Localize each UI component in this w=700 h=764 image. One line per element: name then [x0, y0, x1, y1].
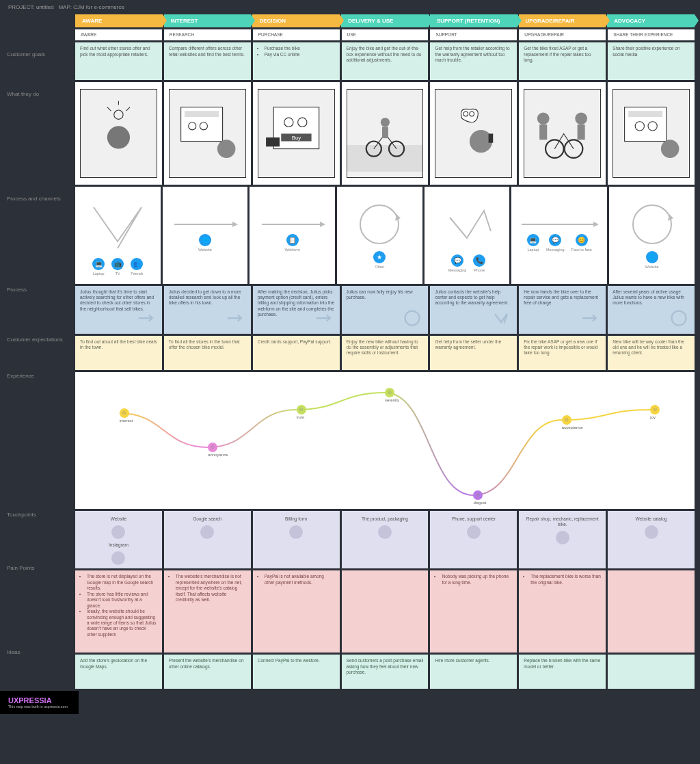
tp-icon — [111, 551, 125, 565]
channel-icon-tv: 📺 — [111, 258, 124, 270]
touchpoint-5: Repair shop, mechanic, replacement bike. — [519, 511, 606, 569]
pain-2: PayPal is not available among other paym… — [253, 570, 340, 653]
substage-6: SHARE THEIR EXPERIENCE — [608, 29, 695, 40]
goal-3: Enjoy the bike and get the out-of-the-bo… — [342, 42, 429, 80]
idea-1: Present the website's merchandise on oth… — [164, 655, 251, 689]
emotion-joy: ☺ — [650, 405, 660, 414]
svg-point-44 — [672, 311, 686, 325]
svg-rect-17 — [382, 127, 388, 138]
channel-icon-form: 📋 — [286, 234, 299, 246]
substage-4: SUPPORT — [430, 29, 517, 40]
goal-2: Purchase the bikePay via CC online — [253, 42, 340, 80]
svg-marker-36 — [320, 222, 325, 227]
expect-6: New bike will be way cooler than the old… — [608, 336, 695, 370]
row-labels-column: Customer goals What they do Process and … — [0, 14, 75, 691]
tp-icon — [645, 525, 658, 539]
top-bar: PROJECT: untitled MAP: CJM for e-commerc… — [0, 0, 700, 14]
touchpoint-2: Billing form — [253, 511, 340, 569]
idea-3: Send customers a post-purchase email ask… — [342, 655, 429, 689]
channel-icon-laptop: 💻 — [92, 258, 105, 270]
svg-point-37 — [360, 205, 399, 243]
idea-6 — [608, 655, 695, 689]
illustration-0 — [75, 82, 162, 185]
channel-icon-phone: 📞 — [473, 254, 485, 267]
svg-rect-7 — [273, 107, 319, 149]
label-do: What they do — [0, 88, 75, 193]
tp-icon — [289, 525, 303, 539]
phase-row: AWAREINTERESTDECISIONDELIVERY & USESUPPO… — [75, 14, 695, 27]
tp-icon — [556, 531, 569, 544]
svg-point-6 — [217, 140, 236, 158]
touchpoint-4: Phone, support center — [430, 511, 517, 569]
process-6: After several years of active usage Juli… — [608, 286, 695, 334]
idea-0: Add the store's geolocation on the Googl… — [75, 655, 162, 689]
illustration-1 — [164, 82, 251, 185]
emotion-disgust: ☺ — [473, 490, 483, 500]
label-channels: Process and channels — [0, 193, 75, 284]
illustration-6 — [608, 82, 695, 185]
channel-icon-face: 😊 — [576, 234, 588, 246]
svg-point-32 — [661, 140, 679, 158]
touchpoint-6: Website catalog — [608, 511, 695, 569]
touchpoint-3: The product, packaging — [342, 511, 429, 569]
emotion-trust: ☺ — [297, 405, 306, 414]
svg-rect-13 — [347, 145, 423, 172]
channel-icon-laptop: 💻 — [527, 234, 539, 246]
substage-3: USE — [342, 29, 429, 40]
process-3: Julius can now fully enjoy his new purch… — [342, 286, 429, 334]
channel-1: 🌐Website — [163, 187, 248, 283]
channel-icon-web: 🌐 — [199, 234, 211, 246]
channel-2: 📋Webform — [250, 187, 335, 283]
experience-chart: ☺interest☺annoyance☺trust☺serenity☺disgu… — [75, 372, 695, 509]
expect-1: To find all the stores in the town that … — [164, 336, 251, 370]
channel-icon-web: 🌐 — [646, 251, 658, 263]
svg-rect-23 — [539, 124, 547, 140]
tp-icon — [111, 525, 125, 539]
goal-0: Find out what other stores offer and pic… — [75, 42, 162, 80]
pain-3 — [342, 570, 429, 653]
phase-3: DELIVERY & USE — [341, 14, 429, 27]
expect-0: To find out about all the best bike deal… — [75, 336, 162, 370]
channel-0: 💻Laptop📺TV👥Friends — [75, 187, 161, 283]
illustration-5 — [519, 82, 606, 185]
svg-marker-34 — [232, 222, 238, 227]
channel-6: 🌐Website — [609, 187, 695, 283]
expect-3: Enjoy the new bike without having to do … — [342, 336, 429, 370]
process-5: He now hands the bike over to the repair… — [519, 286, 606, 334]
phase-5: UPGRADE/REPAIR — [519, 14, 606, 27]
emotion-annoyance: ☺ — [208, 443, 217, 452]
pain-0: The store is not displayed on the Google… — [75, 570, 162, 653]
expect-5: Fix the bike ASAP or get a new one if th… — [519, 336, 606, 370]
substage-2: PURCHASE — [253, 29, 340, 40]
svg-point-16 — [380, 118, 389, 127]
phase-2: DECISION — [252, 14, 340, 27]
process-0: Julius thought that it's time to start a… — [75, 286, 162, 334]
pain-1: The website's merchandise is not represe… — [164, 570, 251, 653]
illustration-2: Buy — [253, 82, 340, 185]
touchpoint-1: Google search — [164, 511, 251, 569]
svg-rect-25 — [578, 124, 585, 140]
label-process: Process — [0, 284, 75, 334]
svg-point-1 — [114, 110, 123, 119]
svg-text:Buy: Buy — [291, 135, 300, 141]
label-goals: Customer goals — [0, 49, 75, 88]
label-pain: Pain Points — [0, 562, 75, 646]
phase-0: AWARE — [75, 14, 163, 27]
svg-rect-21 — [489, 133, 494, 142]
goal-1: Compare different offers across other re… — [164, 42, 251, 80]
label-expect: Customer expectations — [0, 334, 75, 370]
tp-icon — [467, 525, 481, 539]
goal-6: Share their positive experience on socia… — [608, 42, 695, 80]
illustration-4 — [430, 82, 517, 185]
process-1: Julius decided to get down to a more det… — [164, 286, 251, 334]
tp-icon — [378, 525, 392, 539]
phase-1: INTEREST — [164, 14, 252, 27]
svg-rect-12 — [266, 137, 280, 146]
pain-5: The replacement bike is worse than the o… — [519, 570, 606, 653]
emotion-interest: ☺ — [120, 408, 129, 418]
label-experience: Experience — [0, 370, 75, 509]
touchpoint-0: WebsiteInstagram — [75, 511, 162, 569]
label-tp: Touchpoints — [0, 509, 75, 562]
expect-2: Credit cards support, PayPal support. — [253, 336, 340, 370]
channel-4: 💬Messaging📞Phone — [425, 187, 510, 283]
